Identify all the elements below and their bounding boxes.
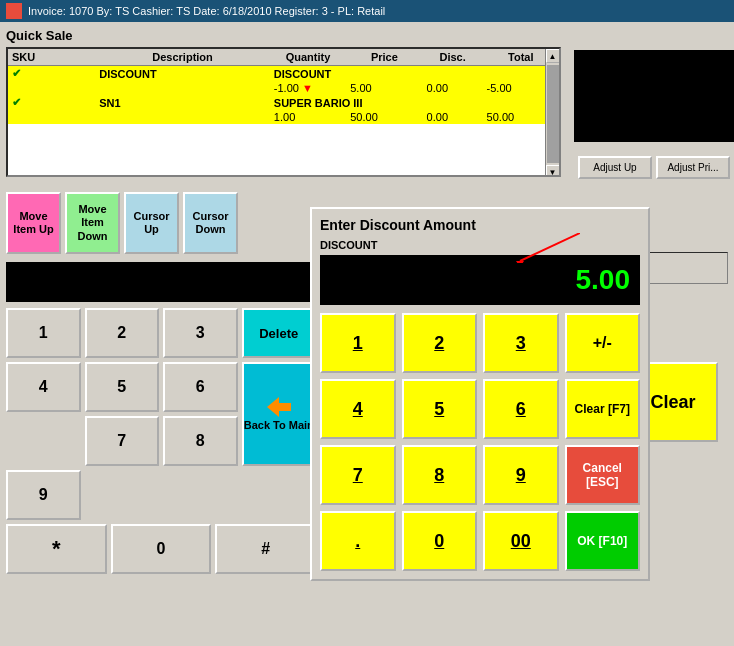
row-qty2: 1.00 <box>270 110 346 124</box>
d-ok-button[interactable]: OK [F10] <box>565 511 641 571</box>
row-qty: -1.00 ▼ <box>270 81 346 95</box>
num-7-button[interactable]: 7 <box>85 416 160 466</box>
title-bar: Invoice: 1070 By: TS Cashier: TS Date: 6… <box>0 0 734 22</box>
main-content: Quick Sale SKU Description Quantity Pric… <box>0 22 734 646</box>
d-0-button[interactable]: 0 <box>402 511 478 571</box>
d-8-button[interactable]: 8 <box>402 445 478 505</box>
discount-value: 5.00 <box>576 264 631 296</box>
d-4-button[interactable]: 4 <box>320 379 396 439</box>
numpad-display <box>6 262 316 302</box>
numpad-area: Move Item Up Move Item Down Cursor Up Cu… <box>6 192 316 574</box>
back-to-main-button[interactable]: Back To Main <box>242 362 317 466</box>
d-3-button[interactable]: 3 <box>483 313 559 373</box>
adjust-buttons-area: Adjust Up Adjust Pri... <box>574 152 734 183</box>
action-buttons-row: Move Item Up Move Item Down Cursor Up Cu… <box>6 192 316 254</box>
col-price: Price <box>346 49 422 66</box>
d-clear-button[interactable]: Clear [F7] <box>565 379 641 439</box>
col-description: Description <box>95 49 270 66</box>
top-right-display <box>574 50 734 142</box>
col-disc: Disc. <box>423 49 483 66</box>
table-row-sub2: 1.00 50.00 0.00 50.00 <box>8 110 559 124</box>
table-row-sub: -1.00 ▼ 5.00 0.00 -5.00 <box>8 81 559 95</box>
cursor-down-button[interactable]: Cursor Down <box>183 192 238 254</box>
scroll-down-arrow[interactable]: ▼ <box>546 165 560 177</box>
d-2-button[interactable]: 2 <box>402 313 478 373</box>
svg-rect-1 <box>279 403 291 411</box>
num-1-button[interactable]: 1 <box>6 308 81 358</box>
num-5-button[interactable]: 5 <box>85 362 160 412</box>
table-row[interactable]: ✔ DISCOUNT DISCOUNT <box>8 66 559 82</box>
back-to-main-label: Back To Main <box>244 419 314 431</box>
invoice-table: SKU Description Quantity Price Disc. Tot… <box>6 47 561 177</box>
num-star-button[interactable]: * <box>6 524 107 574</box>
col-sku: SKU <box>8 49 95 66</box>
numpad-grid: 1 2 3 Delete 4 5 6 7 8 9 Back To Main <box>6 308 316 520</box>
row-sku2: SN1 <box>95 95 270 110</box>
discount-dialog-title: Enter Discount Amount <box>320 217 640 233</box>
scroll-track <box>547 65 559 163</box>
row-desc: DISCOUNT <box>270 66 559 82</box>
num-2-button[interactable]: 2 <box>85 308 160 358</box>
row-price: 5.00 <box>346 81 422 95</box>
row-disc: 0.00 <box>423 81 483 95</box>
row-check2: ✔ <box>8 95 95 110</box>
col-quantity: Quantity <box>270 49 346 66</box>
d-plusminus-button[interactable]: +/- <box>565 313 641 373</box>
svg-marker-3 <box>516 261 524 263</box>
row-price2: 50.00 <box>346 110 422 124</box>
d-dot-button[interactable]: . <box>320 511 396 571</box>
d-cancel-button[interactable]: Cancel [ESC] <box>565 445 641 505</box>
num-3-button[interactable]: 3 <box>163 308 238 358</box>
move-item-up-button[interactable]: Move Item Up <box>6 192 61 254</box>
d-7-button[interactable]: 7 <box>320 445 396 505</box>
discount-keypad: 1 2 3 +/- 4 5 6 Clear [F7] 7 8 9 Cancel … <box>320 313 640 571</box>
svg-line-2 <box>520 233 580 261</box>
discount-display: 5.00 <box>320 255 640 305</box>
adjust-up-button[interactable]: Adjust Up <box>578 156 652 179</box>
discount-label: DISCOUNT <box>320 239 640 251</box>
row-desc2: SUPER BARIO III <box>270 95 559 110</box>
d-00-button[interactable]: 00 <box>483 511 559 571</box>
move-item-down-button[interactable]: Move Item Down <box>65 192 120 254</box>
delete-button[interactable]: Delete <box>242 308 317 358</box>
d-6-button[interactable]: 6 <box>483 379 559 439</box>
num-4-button[interactable]: 4 <box>6 362 81 412</box>
d-5-button[interactable]: 5 <box>402 379 478 439</box>
table-row[interactable]: ✔ SN1 SUPER BARIO III <box>8 95 559 110</box>
spacer1 <box>6 416 81 466</box>
num-8-button[interactable]: 8 <box>163 416 238 466</box>
num-hash-button[interactable]: # <box>215 524 316 574</box>
adjust-price-button[interactable]: Adjust Pri... <box>656 156 730 179</box>
row-sku: DISCOUNT <box>95 66 270 82</box>
num-6-button[interactable]: 6 <box>163 362 238 412</box>
scroll-up-arrow[interactable]: ▲ <box>546 49 560 63</box>
row-check: ✔ <box>8 66 95 82</box>
app-icon <box>6 3 22 19</box>
d-1-button[interactable]: 1 <box>320 313 396 373</box>
d-9-button[interactable]: 9 <box>483 445 559 505</box>
page-title: Quick Sale <box>6 28 728 43</box>
title-text: Invoice: 1070 By: TS Cashier: TS Date: 6… <box>28 5 385 17</box>
invoice-scrollbar[interactable]: ▲ ▼ <box>545 49 559 177</box>
row-disc2: 0.00 <box>423 110 483 124</box>
discount-dialog: Enter Discount Amount DISCOUNT 5.00 1 2 … <box>310 207 650 581</box>
num-0-button[interactable]: 0 <box>111 524 212 574</box>
svg-marker-0 <box>267 397 279 417</box>
num-9-button[interactable]: 9 <box>6 470 81 520</box>
cursor-up-button[interactable]: Cursor Up <box>124 192 179 254</box>
